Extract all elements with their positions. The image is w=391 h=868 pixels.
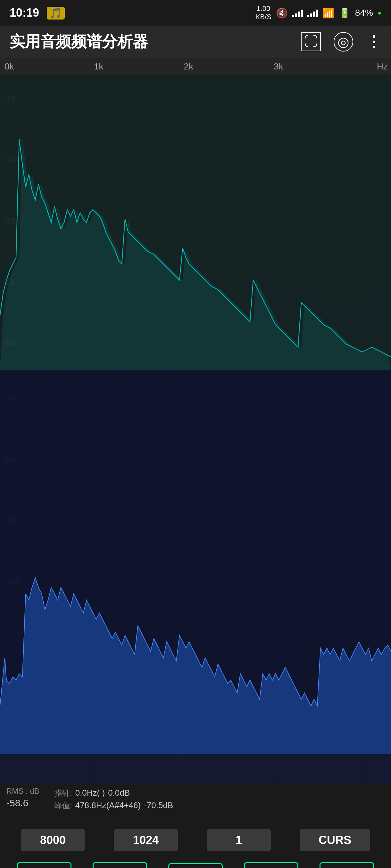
fft-size-button[interactable]: 1024 xyxy=(114,829,178,851)
rms-section: RMS : dB -58.6 xyxy=(6,787,51,810)
peak-label: 峰值: xyxy=(55,801,72,811)
freq-3k: 3k xyxy=(274,61,283,72)
linear-button[interactable]: 线性 xyxy=(244,862,298,868)
rms-label: RMS : dB xyxy=(6,787,51,796)
status-right: 1.00KB/S 🔇 📶 🔋 84% ● xyxy=(255,4,381,22)
func-bar: 监听 频谱 dB 线性 运行 xyxy=(0,858,391,868)
status-time: 10:19 🎵 xyxy=(9,6,65,20)
monitor-button[interactable]: 监听 xyxy=(17,862,72,868)
mute-icon: 🔇 xyxy=(276,7,288,19)
peak-freq: 478.8Hz(A#4+46) xyxy=(75,799,141,812)
pointer-db: 0.0dB xyxy=(108,787,130,799)
header-icons: ⛶ ◎ ⋮ xyxy=(301,32,381,52)
pointer-section: 指针: 0.0Hz( ) 0.0dB 峰值: 478.8Hz(A#4+46) -… xyxy=(55,787,385,812)
signal-bars-2 xyxy=(307,8,318,17)
battery-icon: 🔋 xyxy=(339,7,351,19)
run-button[interactable]: 运行 xyxy=(319,862,374,868)
freq-hz: Hz xyxy=(377,61,388,72)
freq-1k: 1k xyxy=(94,61,104,72)
expand-icon[interactable]: ⛶ xyxy=(301,32,321,51)
freq-2k: 2k xyxy=(184,61,193,72)
freq-0k: 0k xyxy=(4,61,14,72)
app-title: 实用音频频谱分析器 xyxy=(9,31,148,52)
battery-dot: ● xyxy=(378,9,381,17)
info-bar: RMS : dB -58.6 指针: 0.0Hz( ) 0.0dB 峰值: 47… xyxy=(0,784,391,823)
peak-db: -70.5dB xyxy=(144,799,173,812)
upper-spectrum-chart xyxy=(0,75,391,370)
db-button[interactable]: dB xyxy=(168,863,223,868)
app-header: 实用音频频谱分析器 ⛶ ◎ ⋮ xyxy=(0,26,391,58)
pointer-label: 指针: xyxy=(55,788,72,798)
control-bar: 8000 1024 1 CURS xyxy=(0,823,391,858)
signal-bars xyxy=(292,8,303,17)
kb-rate: 1.00KB/S xyxy=(255,4,272,22)
menu-icon[interactable]: ⋮ xyxy=(366,33,381,51)
sample-rate-button[interactable]: 8000 xyxy=(21,829,85,851)
target-icon[interactable]: ◎ xyxy=(334,32,353,52)
overlap-button[interactable]: 1 xyxy=(207,829,271,851)
spectrum-button[interactable]: 频谱 xyxy=(93,862,147,868)
rms-value: -58.6 xyxy=(6,796,51,810)
battery-percent: 84% xyxy=(355,8,373,18)
curs-button[interactable]: CURS xyxy=(300,829,370,851)
pointer-freq: 0.0Hz( ) xyxy=(75,787,105,799)
app-icon: 🎵 xyxy=(47,7,65,20)
lower-spectrum-chart xyxy=(0,370,391,754)
chart-container: -12 -24 -36 -48 -60 -72 -84 -96 -108 dB xyxy=(0,75,391,784)
freq-axis: 0k 1k 2k 3k Hz xyxy=(0,58,391,75)
status-bar: 10:19 🎵 1.00KB/S 🔇 📶 🔋 84% ● xyxy=(0,0,391,26)
wifi-icon: 📶 xyxy=(323,7,334,19)
spectrum-area: 0k 1k 2k 3k Hz -12 -24 -36 -48 -60 -7 xyxy=(0,58,391,784)
